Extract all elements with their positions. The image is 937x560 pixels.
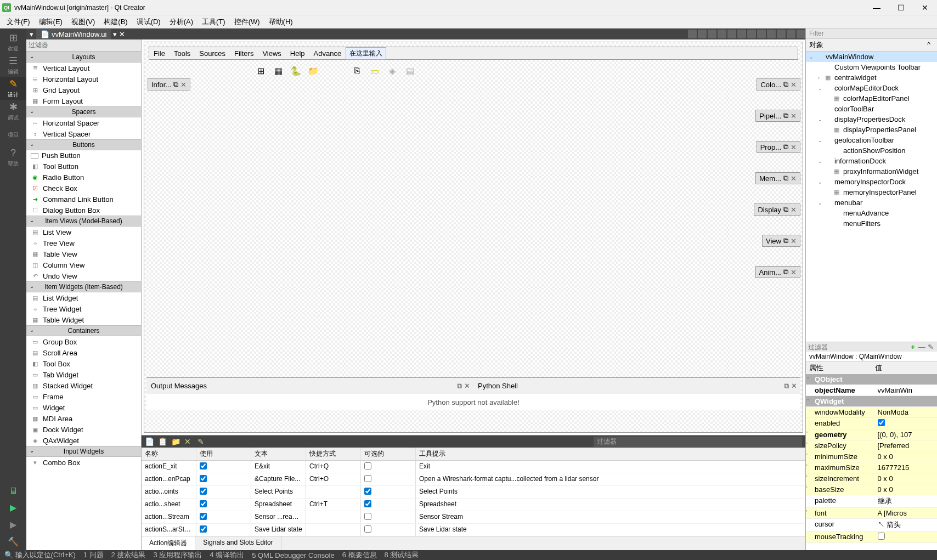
preview-menu-item[interactable]: Help (286, 48, 309, 59)
dock-tab[interactable]: Prop...⧉✕ (757, 141, 800, 153)
close-icon[interactable]: ✕ (791, 382, 797, 391)
action-row[interactable]: actio...oints Select Points Select Point… (142, 486, 805, 499)
mode-project[interactable]: 项目 (0, 123, 26, 146)
action-col-header[interactable]: 工具提示 (416, 448, 805, 460)
restore-icon[interactable]: ⧉ (784, 382, 789, 391)
toolbar-button[interactable] (688, 30, 697, 38)
action-row[interactable]: action...enPcap &Capture File... Ctrl+O … (142, 473, 805, 486)
design-canvas[interactable]: FileToolsSourcesFiltersViewsHelpAdvance在… (144, 42, 803, 433)
close-icon[interactable]: ✕ (791, 206, 797, 214)
widget-item[interactable]: ▭Group Box (26, 336, 141, 347)
widget-item[interactable]: ⟐Tree View (26, 237, 141, 248)
menu-item[interactable]: 文件(F) (2, 16, 35, 28)
property-group[interactable]: ⌄QObject (806, 374, 937, 385)
widget-item[interactable]: ▦Form Layout (26, 95, 141, 106)
float-icon[interactable]: ⧉ (783, 111, 788, 120)
object-node[interactable]: ▦displayPropertiesPanel (806, 125, 937, 135)
action-opt-checkbox[interactable] (364, 513, 371, 520)
property-row[interactable]: cursor↖ 箭头 (806, 519, 937, 531)
float-icon[interactable]: ⧉ (783, 268, 788, 276)
menu-item[interactable]: 视图(V) (67, 16, 99, 28)
widget-item[interactable]: Push Button (26, 150, 141, 161)
widget-item[interactable]: ▭Widget (26, 402, 141, 413)
status-item[interactable]: 1 问题 (83, 550, 104, 560)
menu-item[interactable]: 构建(B) (99, 16, 132, 28)
widget-item[interactable]: ▦Table Widget (26, 314, 141, 325)
expand-icon[interactable]: ⌄ (809, 54, 815, 60)
prop-checkbox[interactable] (878, 419, 885, 426)
expand-icon[interactable]: ⌄ (818, 86, 823, 91)
action-tab[interactable]: Signals and Slots Editor (195, 536, 281, 550)
delete-action-icon[interactable]: ✕ (184, 437, 193, 446)
add-property-icon[interactable]: + (908, 343, 917, 351)
menu-item[interactable]: 调试(D) (132, 16, 165, 28)
widget-item[interactable]: ◉Radio Button (26, 172, 141, 183)
status-item[interactable]: 6 概要信息 (342, 550, 377, 560)
property-row[interactable]: ›maximumSize16777215 (806, 462, 937, 473)
expand-icon[interactable]: ⌄ (818, 138, 823, 143)
object-tree[interactable]: ⌄vvMainWindowCustom Viewpoints Toolbar›▦… (806, 52, 937, 342)
status-item[interactable]: 4 编译输出 (210, 550, 244, 560)
widget-item[interactable]: ▥Stacked Widget (26, 380, 141, 391)
object-node[interactable]: ⌄menubar (806, 197, 937, 208)
mode-help[interactable]: 帮助 (0, 146, 26, 169)
widget-item[interactable]: ☰Horizontal Layout (26, 73, 141, 84)
float-icon[interactable]: ⧉ (173, 80, 178, 89)
toolbar-button[interactable] (787, 30, 795, 38)
widget-group-header[interactable]: Input Widgets (26, 446, 141, 457)
widget-item[interactable]: ▦MDI Area (26, 413, 141, 424)
maximize-button[interactable]: ☐ (895, 3, 906, 12)
property-menu-icon[interactable]: ✎ (926, 343, 935, 351)
action-col-header[interactable]: 文本 (251, 448, 306, 460)
property-row[interactable]: mouseTracking (806, 531, 937, 543)
preview-menu-item[interactable]: Advance (309, 48, 346, 59)
widget-item[interactable]: ↔Horizontal Spacer (26, 117, 141, 128)
action-opt-checkbox[interactable] (364, 500, 371, 507)
widget-group-header[interactable]: Buttons (26, 139, 141, 150)
mode-design[interactable]: 设计 (0, 77, 26, 100)
widget-item[interactable]: ▤List Widget (26, 292, 141, 303)
close-icon[interactable]: ✕ (791, 143, 797, 151)
action-use-checkbox[interactable] (200, 500, 207, 507)
toolbar-button[interactable] (698, 30, 707, 38)
menu-item[interactable]: 帮助(H) (264, 16, 297, 28)
widget-filter[interactable]: 过滤器 (26, 39, 141, 52)
paste-action-icon[interactable]: 📁 (171, 437, 180, 446)
tb-map-icon[interactable]: ▤ (403, 64, 416, 77)
float-icon[interactable]: ⧉ (783, 80, 788, 89)
widget-group-header[interactable]: Spacers (26, 106, 141, 117)
mode-debug[interactable]: 调试 (0, 100, 26, 123)
close-button[interactable]: ✕ (919, 3, 930, 12)
object-node[interactable]: ⌄displayPropertiesDock (806, 114, 937, 125)
preview-menu-item[interactable]: File (149, 48, 170, 59)
object-node[interactable]: actionShowPosition (806, 145, 937, 156)
property-filter[interactable] (808, 343, 908, 351)
prop-checkbox[interactable] (878, 533, 885, 540)
tb-python-icon[interactable]: 🐍 (289, 64, 302, 77)
debug-run-icon[interactable]: ▶ (10, 519, 16, 530)
copy-action-icon[interactable]: 📋 (158, 437, 167, 446)
property-row[interactable]: ›baseSize0 x 0 (806, 484, 937, 495)
expand-icon[interactable]: ⌄ (818, 200, 823, 206)
action-col-header[interactable]: 可选的 (361, 448, 416, 460)
object-node[interactable]: ▦proxyInformationWidget (806, 166, 937, 177)
action-row[interactable]: action...Stream Sensor ...ream... Sensor… (142, 511, 805, 524)
widget-item[interactable]: ◧Tool Box (26, 358, 141, 369)
toolbar-button[interactable] (708, 30, 716, 38)
tb-folder-icon[interactable]: 📁 (307, 64, 320, 77)
toolbar-button[interactable] (777, 30, 786, 38)
action-opt-checkbox[interactable] (364, 462, 371, 470)
widget-item[interactable]: ⊞Grid Layout (26, 84, 141, 95)
build-icon[interactable]: 🔨 (8, 536, 19, 547)
widget-item[interactable]: ≣Vertical Layout (26, 63, 141, 73)
tb-grid-icon[interactable]: ⊞ (254, 64, 267, 77)
preview-menu-item[interactable]: Sources (195, 48, 230, 59)
monitor-icon[interactable]: 🖥 (9, 486, 18, 496)
expand-icon[interactable]: › (818, 75, 823, 81)
object-node[interactable]: colorToolBar (806, 104, 937, 114)
close-icon[interactable]: ✕ (791, 174, 797, 183)
close-icon[interactable]: ✕ (791, 112, 797, 120)
widget-group-header[interactable]: Layouts (26, 52, 141, 63)
action-row[interactable]: actionS...arState Save Lidar state Save … (142, 524, 805, 536)
property-row[interactable]: windowModalityNonModa (806, 407, 937, 418)
